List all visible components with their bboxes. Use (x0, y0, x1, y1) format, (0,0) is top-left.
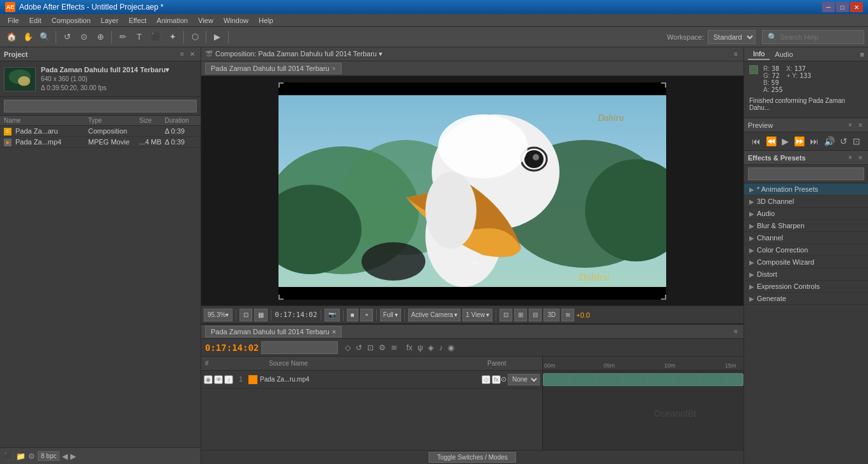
tl-effects-btn[interactable]: fx (404, 342, 414, 353)
menu-file[interactable]: File (3, 15, 24, 26)
fx-item-distort[interactable]: ▶ Distort (744, 268, 868, 281)
comp-tab[interactable]: Pada Zaman Dahulu full 2014 Terbaru × (205, 63, 342, 74)
menu-animation[interactable]: Animation (151, 15, 193, 26)
file-row-0[interactable]: C Pada Za...aru Composition Δ 0:39 (0, 126, 201, 137)
snapshot-btn[interactable]: 📷 (324, 309, 340, 321)
preview-panel-menu[interactable]: ≡ (857, 121, 864, 129)
hand-tool[interactable]: ✋ (20, 29, 36, 45)
track-bar-main[interactable] (543, 373, 743, 386)
prev-back-btn[interactable]: ⏪ (765, 135, 778, 148)
camera-track-tool[interactable]: ⊕ (93, 29, 108, 45)
prev-last-btn[interactable]: ⏭ (809, 135, 820, 148)
menu-view[interactable]: View (193, 15, 218, 26)
prev-out-btn[interactable]: ⊡ (851, 135, 862, 148)
zoom-display[interactable]: 95.3% ▾ (204, 309, 232, 321)
arrow-left-icon[interactable]: ◀ (62, 452, 68, 461)
preview-toggle[interactable]: ⊡ (240, 309, 252, 321)
color-mode-btn[interactable]: ⚬ (360, 309, 373, 321)
prev-forward-btn[interactable]: ⏩ (793, 135, 806, 148)
tl-solo-btn[interactable]: ◉ (446, 342, 456, 353)
prev-first-btn[interactable]: ⏮ (750, 135, 762, 148)
minimize-button[interactable]: ─ (822, 2, 835, 12)
tl-mode-btn[interactable]: ⊡ (365, 342, 376, 353)
toggle-switches-btn[interactable]: Toggle Switches / Modes (429, 452, 516, 463)
layer-audio-btn[interactable]: ♪ (224, 375, 233, 384)
color-channels-btn[interactable]: ■ (347, 309, 358, 321)
timeline-search-input[interactable] (261, 341, 338, 354)
project-panel-menu[interactable]: ≡ (178, 50, 186, 58)
prev-play-btn[interactable]: ▶ (780, 135, 790, 148)
fx-panel-menu[interactable]: ≡ (857, 153, 864, 162)
tl-motion-btn[interactable]: ≋ (389, 342, 399, 353)
rotate-tool[interactable]: ↺ (59, 29, 75, 45)
info-panel-menu[interactable]: ≡ (860, 50, 864, 58)
search-help-input[interactable] (780, 33, 857, 41)
layer-quality-btn[interactable]: ◇ (482, 375, 491, 384)
tl-marker-btn[interactable]: ◇ (343, 342, 353, 353)
fx-item-channel[interactable]: ▶ Channel (744, 232, 868, 244)
menu-edit[interactable]: Edit (24, 15, 47, 26)
view-dropdown[interactable]: 1 View ▾ (462, 309, 492, 321)
prev-loop-btn[interactable]: ↺ (839, 135, 849, 148)
workspace-select[interactable]: Standard (708, 30, 756, 44)
timeline-panel-menu[interactable]: ≡ (732, 327, 740, 336)
comp-tab-close[interactable]: × (332, 65, 336, 72)
tl-shy-btn[interactable]: ψ (416, 342, 425, 353)
info-tab[interactable]: Info (748, 49, 770, 60)
new-folder-icon[interactable]: 📁 (16, 452, 26, 461)
camera-orbit-tool[interactable]: ⊙ (76, 29, 91, 45)
tl-loop-btn[interactable]: ↺ (354, 342, 364, 353)
maximize-button[interactable]: □ (836, 2, 849, 12)
fx-item-composite-wizard[interactable]: ▶ Composite Wizard (744, 256, 868, 268)
puppet-tool[interactable]: ⬡ (187, 29, 202, 45)
region-interest-btn[interactable]: ⊡ (499, 309, 512, 321)
menu-layer[interactable]: Layer (96, 15, 124, 26)
fx-item-generate[interactable]: ▶ Generate (744, 293, 868, 305)
arrow-right-icon[interactable]: ▶ (70, 452, 76, 461)
comp-panel-menu[interactable]: ≡ (732, 50, 740, 58)
tl-audio-btn[interactable]: ♪ (437, 342, 445, 353)
menu-window[interactable]: Window (218, 15, 254, 26)
camera-dropdown[interactable]: Active Camera ▾ (408, 309, 461, 321)
menu-composition[interactable]: Composition (47, 15, 96, 26)
grid-btn[interactable]: ⊞ (514, 309, 527, 321)
type-tool[interactable]: T (132, 29, 147, 45)
new-composition-icon[interactable]: ⬛ (4, 452, 13, 461)
transparency-toggle[interactable]: ▦ (254, 309, 268, 321)
layer-effects-btn[interactable]: fx (492, 375, 501, 384)
fx-panel-close[interactable]: × (846, 153, 854, 162)
project-panel-close[interactable]: ✕ (188, 50, 197, 58)
guides-btn[interactable]: ⊟ (529, 309, 542, 321)
prev-audio-btn[interactable]: 🔊 (823, 135, 836, 148)
clone-tool[interactable]: ✦ (165, 29, 180, 45)
zoom-tool[interactable]: 🔍 (37, 29, 52, 45)
composition-viewer[interactable]: Dahiru Dahiru (201, 76, 743, 305)
fx-item-color-correction[interactable]: ▶ Color Correction (744, 244, 868, 256)
motion-blur-btn[interactable]: ≋ (561, 309, 574, 321)
timeline-tab[interactable]: Pada Zaman Dahulu full 2014 Terbaru × (205, 326, 342, 337)
shape-tool[interactable]: ⬛ (148, 29, 164, 45)
layer-solo-btn[interactable]: ◉ (204, 375, 213, 384)
project-search-input[interactable] (4, 100, 197, 112)
tl-settings-btn[interactable]: ⚙ (377, 342, 388, 353)
menu-help[interactable]: Help (254, 15, 278, 26)
playback-tool[interactable]: ▶ (209, 29, 225, 45)
menu-effect[interactable]: Effect (123, 15, 151, 26)
preview-panel-close[interactable]: × (846, 121, 854, 129)
close-button[interactable]: ✕ (850, 2, 863, 12)
pen-tool[interactable]: ✏ (115, 29, 130, 45)
project-settings-icon[interactable]: ⚙ (28, 452, 35, 461)
fx-item-audio[interactable]: ▶ Audio (744, 208, 868, 220)
fx-item-animation-presets[interactable]: ▶ * Animation Presets (744, 183, 868, 196)
layer-video-btn[interactable]: 👁 (214, 375, 223, 384)
tl-3d-btn[interactable]: ◈ (426, 342, 436, 353)
3d-btn[interactable]: 3D (544, 309, 560, 321)
quality-dropdown[interactable]: Full ▾ (380, 309, 401, 321)
home-tool[interactable]: 🏠 (4, 29, 19, 45)
fx-item-blur-sharpen[interactable]: ▶ Blur & Sharpen (744, 220, 868, 232)
file-row-1[interactable]: ▶ Pada Za...mp4 MPEG Movie ...4 MB Δ 0:3… (0, 137, 201, 148)
layer-parent-select[interactable]: None (508, 374, 540, 385)
audio-tab[interactable]: Audio (770, 49, 798, 59)
fx-search-input[interactable] (748, 167, 864, 180)
fx-item-expression-controls[interactable]: ▶ Expression Controls (744, 281, 868, 293)
